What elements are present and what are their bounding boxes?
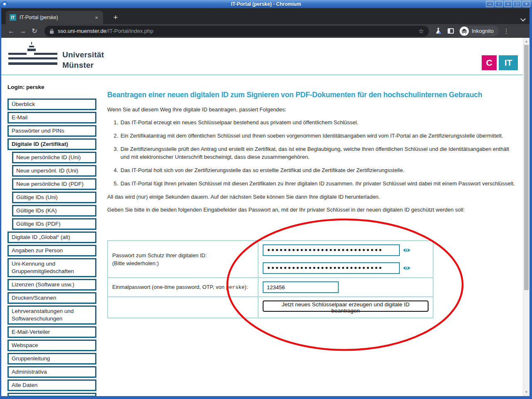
sidebar-item-email[interactable]: E-Mail bbox=[7, 112, 96, 123]
prompt-paragraph: Geben Sie bitte in die beiden folgenden … bbox=[107, 206, 519, 214]
otp-label-cell: Einmalpasswort (one-time password, OTP, … bbox=[108, 278, 258, 297]
sidebar-item-gueltige-ids-ka[interactable]: Gültige IDs (KA) bbox=[12, 205, 96, 217]
password-repeat-input[interactable] bbox=[263, 262, 400, 274]
sidebar-item-webspace[interactable]: Webspace bbox=[7, 340, 96, 351]
shade-button[interactable]: ↑ bbox=[495, 1, 503, 7]
back-button[interactable]: ← bbox=[5, 27, 17, 35]
sidebar-item-neue-unpersoenl-id-uni[interactable]: Neue unpersönl. ID (Uni) bbox=[12, 165, 96, 177]
sidebar-item-cutoff[interactable] bbox=[7, 393, 96, 396]
password-label-cell: Passwort zum Schutz Ihrer digitalen ID: … bbox=[108, 241, 258, 278]
show-password-repeat-eye-icon[interactable] bbox=[403, 265, 411, 271]
process-step: Das IT-Portal fügt Ihren privaten Schlüs… bbox=[120, 180, 519, 187]
process-step: Ein Zertifikatantrag mit dem öffentliche… bbox=[120, 132, 519, 140]
sidebar-item-gueltige-ids-pdf[interactable]: Gültige IDs (PDF) bbox=[12, 218, 96, 230]
sidebar-item-drucken-scannen[interactable]: Drucken/Scannen bbox=[7, 292, 96, 304]
page-scrollbar[interactable]: ▲ ▼ bbox=[523, 38, 530, 396]
sidebar-item-lehrveranstaltungen[interactable]: Lehrveranstaltungen und Softwareschulung… bbox=[7, 305, 96, 325]
scrollbar-thumb[interactable] bbox=[524, 45, 529, 290]
submit-button[interactable]: Jetzt neues Schlüsselpaar erzeugen und d… bbox=[263, 300, 429, 312]
password-label: Passwort zum Schutz Ihrer digitalen ID: bbox=[112, 251, 254, 259]
incognito-label: Inkognito bbox=[472, 28, 494, 34]
sidebar-item-alle-daten[interactable]: Alle Daten bbox=[7, 379, 96, 391]
process-step: Das IT-Portal holt sich von der Zertifiz… bbox=[120, 166, 519, 174]
sidebar-item-passwoerter[interactable]: Passwörter und PINs bbox=[7, 125, 96, 137]
sidebar-item-angaben-zur-person[interactable]: Angaben zur Person bbox=[7, 245, 96, 256]
maximize-button[interactable]: □ bbox=[513, 1, 521, 7]
page-title: Beantragen einer neuen digitalen ID zum … bbox=[107, 91, 519, 99]
digital-id-form: Passwort zum Schutz Ihrer digitalen ID: … bbox=[107, 240, 433, 318]
password-row: Passwort zum Schutz Ihrer digitalen ID: … bbox=[108, 241, 433, 278]
url-host: sso.uni-muenster.de bbox=[58, 28, 106, 34]
sidebar-item-lizenzen[interactable]: Lizenzen (Software usw.) bbox=[7, 279, 96, 291]
otp-username: perske bbox=[226, 285, 245, 291]
otp-input-cell bbox=[258, 278, 433, 297]
sidebar-item-ueberblick[interactable]: Überblick bbox=[7, 99, 96, 110]
window-title: IT-Portal (perske) - Chromium bbox=[0, 1, 532, 7]
sticky-button[interactable]: ○ bbox=[504, 1, 512, 7]
forward-button[interactable]: → bbox=[17, 27, 29, 35]
lock-icon bbox=[49, 28, 54, 34]
sidebar-item-email-verteiler[interactable]: E-Mail-Verteiler bbox=[7, 326, 96, 338]
side-panel-icon[interactable] bbox=[448, 28, 454, 34]
password-repeat-label: (Bitte wiederholen:) bbox=[112, 259, 254, 267]
url-path: /IT-Portal/index.php bbox=[106, 28, 153, 34]
submit-row: Jetzt neues Schlüsselpaar erzeugen und d… bbox=[108, 297, 433, 318]
new-tab-button[interactable]: + bbox=[110, 12, 121, 23]
password-input[interactable] bbox=[263, 244, 400, 256]
sidebar-navigation: Login: perske Überblick E-Mail Passwörte… bbox=[7, 84, 96, 396]
window-titlebar: IT-Portal (perske) - Chromium – ↑ ○ □ × bbox=[0, 0, 532, 8]
header-divider bbox=[1, 74, 523, 75]
browser-toolbar: ← → ↻ sso.uni-muenster.de/IT-Portal/inde… bbox=[1, 24, 530, 38]
otp-label: Einmalpasswort (one-time password, OTP, … bbox=[112, 284, 226, 290]
sidebar-item-neue-persoenliche-id-uni[interactable]: Neue persönliche ID (Uni) bbox=[12, 152, 96, 163]
browser-menu-icon[interactable]: ⋮ bbox=[503, 27, 510, 35]
incognito-badge: Inkognito bbox=[459, 26, 499, 37]
page-content: Universität Münster C IT Login: perske Ü… bbox=[1, 38, 530, 396]
otp-row: Einmalpasswort (one-time password, OTP, … bbox=[108, 278, 433, 297]
intro-paragraph: Wenn Sie auf diesem Weg Ihre digitale ID… bbox=[107, 106, 519, 113]
process-step: Die Zertifizierungsstelle prüft den Antr… bbox=[120, 145, 519, 161]
scroll-down-icon[interactable]: ▼ bbox=[523, 389, 530, 395]
process-steps-list: Das IT-Portal erzeugt ein neues Schlüsse… bbox=[120, 118, 519, 187]
window-controls: – ↑ ○ □ × bbox=[485, 1, 530, 7]
tab-strip: IT IT-Portal (perske) × + bbox=[1, 8, 530, 24]
process-step: Das IT-Portal erzeugt ein neues Schlüsse… bbox=[120, 118, 519, 126]
university-name-line2: Münster bbox=[62, 60, 104, 70]
sidebar-item-uni-kennung[interactable]: Uni-Kennung und Gruppenmitgliedschaften bbox=[7, 258, 96, 277]
after-steps-paragraph: All das wird (nur) einige Sekunden dauer… bbox=[107, 193, 519, 201]
university-name-line1: Universität bbox=[62, 49, 104, 60]
sidebar-item-digitale-id-global[interactable]: Digitale ID „Global“ (alt) bbox=[7, 232, 96, 243]
minimize-button[interactable]: – bbox=[486, 1, 494, 7]
tab-favicon-icon: IT bbox=[10, 14, 16, 21]
tab-title: IT-Portal (perske) bbox=[20, 15, 94, 20]
sidebar-item-neue-persoenliche-id-pdf[interactable]: Neue persönliche ID (PDF) bbox=[12, 178, 96, 190]
submit-cell: Jetzt neues Schlüsselpaar erzeugen und d… bbox=[258, 297, 433, 318]
sidebar-item-gueltige-ids-uni[interactable]: Gültige IDs (Uni) bbox=[12, 192, 96, 203]
university-name: Universität Münster bbox=[62, 49, 104, 70]
tab-search-chevron-icon[interactable] bbox=[521, 17, 525, 21]
url-text: sso.uni-muenster.de/IT-Portal/index.php bbox=[58, 28, 153, 34]
empty-cell bbox=[108, 297, 258, 318]
close-button[interactable]: × bbox=[522, 1, 530, 7]
cit-logo-it: IT bbox=[499, 55, 518, 70]
sidebar-item-administrativa[interactable]: Administrativa bbox=[7, 366, 96, 378]
experiments-flask-icon[interactable] bbox=[435, 27, 442, 34]
reload-button[interactable]: ↻ bbox=[29, 27, 40, 35]
otp-input[interactable] bbox=[263, 281, 339, 293]
scroll-up-icon[interactable]: ▲ bbox=[523, 39, 530, 44]
main-content: Beantragen einer neuen digitalen ID zum … bbox=[107, 91, 519, 219]
university-muenster-logo bbox=[8, 42, 57, 67]
incognito-spy-icon bbox=[460, 27, 469, 36]
login-status: Login: perske bbox=[7, 84, 96, 90]
sidebar-item-digitale-id[interactable]: Digitale ID (Zertifikat) bbox=[7, 138, 96, 150]
cit-logo: C IT bbox=[482, 55, 518, 70]
browser-tab[interactable]: IT IT-Portal (perske) × bbox=[6, 11, 103, 24]
chromium-logo-icon bbox=[2, 1, 7, 7]
cit-logo-c: C bbox=[482, 55, 497, 70]
tab-close-icon[interactable]: × bbox=[94, 15, 99, 21]
show-password-eye-icon[interactable] bbox=[403, 247, 411, 253]
sidebar-item-gruppenleitung[interactable]: Gruppenleitung bbox=[7, 353, 96, 365]
password-input-cell bbox=[258, 241, 433, 278]
bookmark-star-icon[interactable]: ☆ bbox=[419, 27, 424, 35]
address-bar[interactable]: sso.uni-muenster.de/IT-Portal/index.php … bbox=[44, 26, 429, 37]
